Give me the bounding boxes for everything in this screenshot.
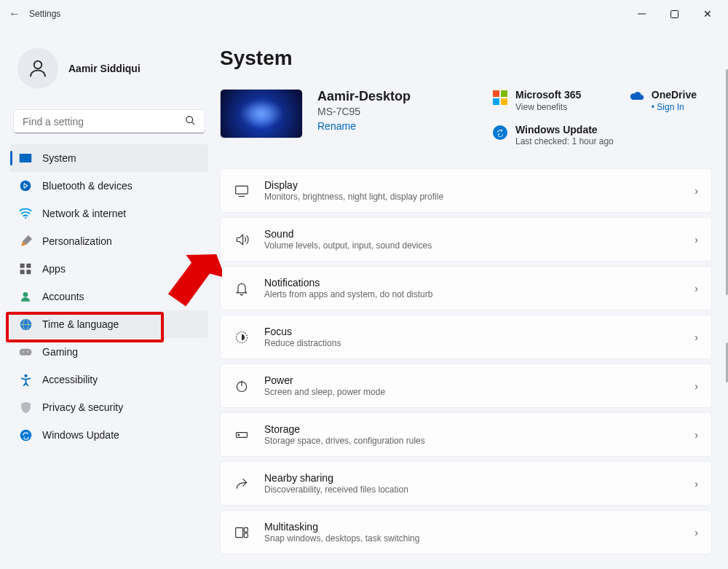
chevron-right-icon: › [695, 478, 698, 490]
windows-update-card[interactable]: Windows Update Last checked: 1 hour ago [492, 124, 614, 149]
onedrive-sub[interactable]: Sign In [657, 102, 684, 112]
svg-point-3 [186, 117, 193, 123]
avatar [17, 48, 58, 89]
focus-icon [234, 329, 250, 345]
search-input[interactable] [23, 116, 181, 127]
svg-point-18 [28, 351, 29, 353]
accessibility-icon [19, 373, 32, 386]
chevron-right-icon: › [695, 283, 698, 294]
nav-item-privacy[interactable]: Privacy & security [10, 393, 208, 421]
setting-focus[interactable]: FocusReduce distractions › [220, 315, 712, 359]
sharing-icon [234, 476, 250, 492]
ms365-icon [492, 90, 508, 105]
setting-multitasking[interactable]: MultitaskingSnap windows, desktops, task… [220, 510, 712, 554]
nav-item-personalization[interactable]: Personalization [10, 227, 208, 255]
setting-sound[interactable]: SoundVolume levels, output, input, sound… [220, 217, 712, 262]
titlebar: ← Settings ✕ [0, 0, 728, 28]
system-icon [19, 152, 32, 165]
network-icon [19, 207, 32, 220]
setting-notifications[interactable]: NotificationsAlerts from apps and system… [220, 266, 712, 310]
svg-point-7 [25, 217, 26, 219]
chevron-right-icon: › [695, 527, 698, 538]
nav-label: Bluetooth & devices [42, 180, 132, 192]
window-title: Settings [29, 9, 60, 19]
search-box[interactable] [13, 109, 205, 134]
svg-point-6 [20, 181, 31, 192]
multitasking-icon [234, 525, 250, 541]
ms365-card[interactable]: Microsoft 365 View benefits [492, 89, 614, 114]
nav-label: Gaming [42, 346, 78, 358]
nav-item-gaming[interactable]: Gaming [10, 338, 208, 366]
chevron-right-icon: › [695, 429, 698, 441]
sidebar: Aamir Siddiqui System Bluetooth & device… [0, 28, 218, 569]
svg-rect-11 [26, 270, 31, 274]
minimize-button[interactable] [625, 3, 658, 25]
settings-list: DisplayMonitors, brightness, night light… [220, 168, 712, 554]
nav-item-time-language[interactable]: Time & language [10, 310, 208, 338]
update-icon [492, 125, 508, 140]
nav-label: Time & language [42, 318, 119, 330]
back-button[interactable]: ← [4, 7, 25, 20]
page-title: System [220, 47, 712, 70]
storage-icon [234, 427, 250, 443]
nav-label: Personalization [42, 235, 112, 247]
rename-link[interactable]: Rename [317, 120, 478, 132]
nav-item-accessibility[interactable]: Accessibility [10, 366, 208, 393]
svg-rect-28 [236, 527, 243, 537]
chevron-right-icon: › [695, 234, 698, 246]
onedrive-card[interactable]: OneDrive Sign In [628, 89, 697, 114]
nav-label: Network & internet [42, 208, 126, 219]
nav-item-bluetooth[interactable]: Bluetooth & devices [10, 172, 208, 200]
user-account-row[interactable]: Aamir Siddiqui [17, 48, 201, 89]
nav-label: System [42, 152, 76, 164]
privacy-icon [19, 401, 32, 414]
maximize-button[interactable] [658, 3, 691, 25]
svg-point-12 [23, 292, 28, 297]
update-title: Windows Update [515, 124, 614, 136]
nav-list: System Bluetooth & devices Network & int… [10, 144, 208, 449]
setting-power[interactable]: PowerScreen and sleep, power mode › [220, 364, 712, 408]
sound-icon [234, 232, 250, 248]
svg-rect-10 [20, 270, 25, 274]
windows-update-icon [19, 428, 32, 442]
nav-label: Apps [42, 263, 66, 275]
accounts-icon [19, 290, 32, 303]
display-icon [234, 183, 250, 199]
update-sub: Last checked: 1 hour ago [515, 136, 614, 148]
nav-label: Accessibility [42, 374, 98, 385]
main-content: System Aamir-Desktop MS-7C95 Rename Micr… [218, 28, 728, 569]
nav-item-accounts[interactable]: Accounts [10, 283, 208, 310]
time-language-icon [19, 318, 32, 331]
nav-label: Windows Update [42, 429, 119, 441]
svg-rect-1 [671, 10, 678, 17]
onedrive-icon [628, 90, 644, 101]
nav-label: Accounts [42, 291, 84, 302]
svg-rect-9 [26, 264, 31, 268]
setting-nearby-sharing[interactable]: Nearby sharingDiscoverability, received … [220, 461, 712, 506]
chevron-right-icon: › [695, 380, 698, 392]
nav-label: Privacy & security [42, 401, 123, 413]
svg-rect-5 [20, 154, 32, 162]
svg-point-17 [23, 351, 24, 353]
close-button[interactable]: ✕ [691, 3, 724, 25]
svg-point-27 [238, 434, 240, 436]
svg-point-2 [34, 61, 42, 69]
setting-display[interactable]: DisplayMonitors, brightness, night light… [220, 168, 712, 213]
nav-item-system[interactable]: System [10, 144, 208, 172]
nav-item-apps[interactable]: Apps [10, 255, 208, 283]
desktop-preview[interactable] [220, 89, 303, 138]
bluetooth-icon [19, 179, 32, 192]
notifications-icon [234, 280, 250, 297]
svg-rect-29 [244, 527, 248, 532]
device-info-row: Aamir-Desktop MS-7C95 Rename Microsoft 3… [220, 89, 712, 148]
user-name: Aamir Siddiqui [68, 63, 141, 74]
ms365-title: Microsoft 365 [515, 89, 581, 101]
nav-item-windows-update[interactable]: Windows Update [10, 421, 208, 449]
svg-rect-8 [20, 264, 25, 268]
svg-line-4 [191, 122, 194, 125]
onedrive-title: OneDrive [652, 89, 697, 101]
setting-storage[interactable]: StorageStorage space, drives, configurat… [220, 412, 712, 457]
chevron-right-icon: › [695, 331, 698, 343]
svg-point-19 [24, 374, 27, 377]
nav-item-network[interactable]: Network & internet [10, 200, 208, 227]
